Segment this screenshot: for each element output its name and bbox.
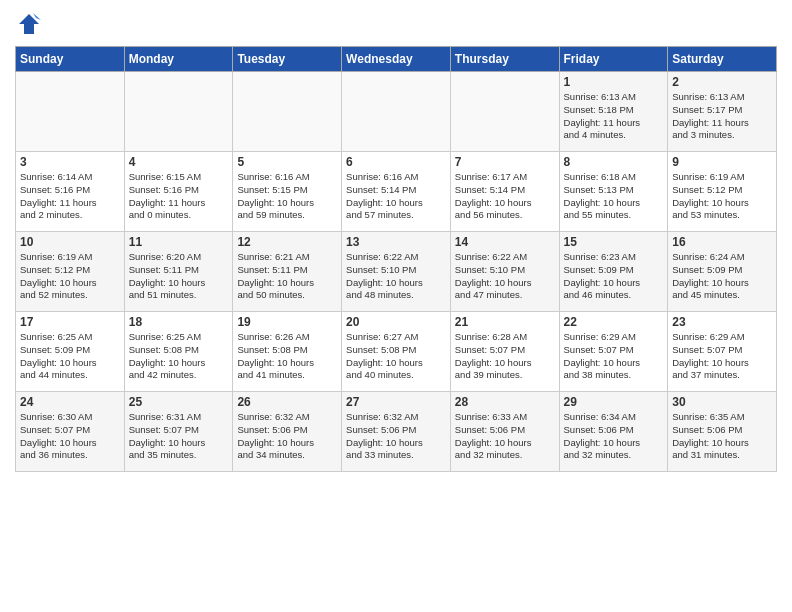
page: SundayMondayTuesdayWednesdayThursdayFrid… [0, 0, 792, 612]
week-row-4: 24Sunrise: 6:30 AM Sunset: 5:07 PM Dayli… [16, 392, 777, 472]
day-info: Sunrise: 6:22 AM Sunset: 5:10 PM Dayligh… [346, 251, 446, 302]
day-number: 27 [346, 395, 446, 409]
day-info: Sunrise: 6:20 AM Sunset: 5:11 PM Dayligh… [129, 251, 229, 302]
day-info: Sunrise: 6:28 AM Sunset: 5:07 PM Dayligh… [455, 331, 555, 382]
calendar-header-row: SundayMondayTuesdayWednesdayThursdayFrid… [16, 47, 777, 72]
day-info: Sunrise: 6:31 AM Sunset: 5:07 PM Dayligh… [129, 411, 229, 462]
day-info: Sunrise: 6:17 AM Sunset: 5:14 PM Dayligh… [455, 171, 555, 222]
day-cell: 6Sunrise: 6:16 AM Sunset: 5:14 PM Daylig… [342, 152, 451, 232]
day-number: 17 [20, 315, 120, 329]
logo [15, 10, 47, 38]
logo-icon [15, 10, 43, 38]
day-number: 11 [129, 235, 229, 249]
day-info: Sunrise: 6:18 AM Sunset: 5:13 PM Dayligh… [564, 171, 664, 222]
day-number: 15 [564, 235, 664, 249]
col-header-tuesday: Tuesday [233, 47, 342, 72]
day-cell: 29Sunrise: 6:34 AM Sunset: 5:06 PM Dayli… [559, 392, 668, 472]
col-header-thursday: Thursday [450, 47, 559, 72]
day-info: Sunrise: 6:14 AM Sunset: 5:16 PM Dayligh… [20, 171, 120, 222]
day-cell: 13Sunrise: 6:22 AM Sunset: 5:10 PM Dayli… [342, 232, 451, 312]
day-cell: 9Sunrise: 6:19 AM Sunset: 5:12 PM Daylig… [668, 152, 777, 232]
day-number: 2 [672, 75, 772, 89]
day-cell: 3Sunrise: 6:14 AM Sunset: 5:16 PM Daylig… [16, 152, 125, 232]
day-number: 14 [455, 235, 555, 249]
week-row-1: 3Sunrise: 6:14 AM Sunset: 5:16 PM Daylig… [16, 152, 777, 232]
day-cell: 25Sunrise: 6:31 AM Sunset: 5:07 PM Dayli… [124, 392, 233, 472]
day-info: Sunrise: 6:21 AM Sunset: 5:11 PM Dayligh… [237, 251, 337, 302]
day-cell: 26Sunrise: 6:32 AM Sunset: 5:06 PM Dayli… [233, 392, 342, 472]
day-number: 30 [672, 395, 772, 409]
day-number: 23 [672, 315, 772, 329]
day-number: 5 [237, 155, 337, 169]
day-cell: 14Sunrise: 6:22 AM Sunset: 5:10 PM Dayli… [450, 232, 559, 312]
col-header-monday: Monday [124, 47, 233, 72]
day-cell: 15Sunrise: 6:23 AM Sunset: 5:09 PM Dayli… [559, 232, 668, 312]
col-header-saturday: Saturday [668, 47, 777, 72]
day-cell: 28Sunrise: 6:33 AM Sunset: 5:06 PM Dayli… [450, 392, 559, 472]
week-row-2: 10Sunrise: 6:19 AM Sunset: 5:12 PM Dayli… [16, 232, 777, 312]
day-info: Sunrise: 6:13 AM Sunset: 5:17 PM Dayligh… [672, 91, 772, 142]
day-number: 26 [237, 395, 337, 409]
day-info: Sunrise: 6:24 AM Sunset: 5:09 PM Dayligh… [672, 251, 772, 302]
day-cell [233, 72, 342, 152]
day-cell: 7Sunrise: 6:17 AM Sunset: 5:14 PM Daylig… [450, 152, 559, 232]
day-cell: 8Sunrise: 6:18 AM Sunset: 5:13 PM Daylig… [559, 152, 668, 232]
day-cell: 27Sunrise: 6:32 AM Sunset: 5:06 PM Dayli… [342, 392, 451, 472]
day-number: 8 [564, 155, 664, 169]
day-cell [16, 72, 125, 152]
day-cell: 12Sunrise: 6:21 AM Sunset: 5:11 PM Dayli… [233, 232, 342, 312]
day-info: Sunrise: 6:19 AM Sunset: 5:12 PM Dayligh… [20, 251, 120, 302]
header [15, 10, 777, 38]
day-number: 13 [346, 235, 446, 249]
day-info: Sunrise: 6:25 AM Sunset: 5:08 PM Dayligh… [129, 331, 229, 382]
day-cell: 17Sunrise: 6:25 AM Sunset: 5:09 PM Dayli… [16, 312, 125, 392]
day-cell: 22Sunrise: 6:29 AM Sunset: 5:07 PM Dayli… [559, 312, 668, 392]
day-number: 18 [129, 315, 229, 329]
day-number: 10 [20, 235, 120, 249]
col-header-friday: Friday [559, 47, 668, 72]
day-info: Sunrise: 6:26 AM Sunset: 5:08 PM Dayligh… [237, 331, 337, 382]
day-info: Sunrise: 6:15 AM Sunset: 5:16 PM Dayligh… [129, 171, 229, 222]
day-number: 9 [672, 155, 772, 169]
day-cell: 20Sunrise: 6:27 AM Sunset: 5:08 PM Dayli… [342, 312, 451, 392]
day-number: 20 [346, 315, 446, 329]
day-number: 22 [564, 315, 664, 329]
day-info: Sunrise: 6:30 AM Sunset: 5:07 PM Dayligh… [20, 411, 120, 462]
day-number: 7 [455, 155, 555, 169]
day-cell [342, 72, 451, 152]
day-info: Sunrise: 6:29 AM Sunset: 5:07 PM Dayligh… [564, 331, 664, 382]
day-info: Sunrise: 6:32 AM Sunset: 5:06 PM Dayligh… [346, 411, 446, 462]
day-info: Sunrise: 6:16 AM Sunset: 5:14 PM Dayligh… [346, 171, 446, 222]
day-info: Sunrise: 6:19 AM Sunset: 5:12 PM Dayligh… [672, 171, 772, 222]
svg-marker-1 [33, 13, 41, 20]
day-cell: 10Sunrise: 6:19 AM Sunset: 5:12 PM Dayli… [16, 232, 125, 312]
week-row-3: 17Sunrise: 6:25 AM Sunset: 5:09 PM Dayli… [16, 312, 777, 392]
day-info: Sunrise: 6:22 AM Sunset: 5:10 PM Dayligh… [455, 251, 555, 302]
col-header-sunday: Sunday [16, 47, 125, 72]
day-number: 3 [20, 155, 120, 169]
day-info: Sunrise: 6:23 AM Sunset: 5:09 PM Dayligh… [564, 251, 664, 302]
calendar: SundayMondayTuesdayWednesdayThursdayFrid… [15, 46, 777, 472]
day-number: 19 [237, 315, 337, 329]
day-number: 4 [129, 155, 229, 169]
day-cell: 21Sunrise: 6:28 AM Sunset: 5:07 PM Dayli… [450, 312, 559, 392]
day-cell: 24Sunrise: 6:30 AM Sunset: 5:07 PM Dayli… [16, 392, 125, 472]
day-cell [124, 72, 233, 152]
day-info: Sunrise: 6:32 AM Sunset: 5:06 PM Dayligh… [237, 411, 337, 462]
day-number: 28 [455, 395, 555, 409]
day-number: 12 [237, 235, 337, 249]
day-info: Sunrise: 6:34 AM Sunset: 5:06 PM Dayligh… [564, 411, 664, 462]
day-cell: 16Sunrise: 6:24 AM Sunset: 5:09 PM Dayli… [668, 232, 777, 312]
day-cell: 18Sunrise: 6:25 AM Sunset: 5:08 PM Dayli… [124, 312, 233, 392]
day-cell [450, 72, 559, 152]
day-cell: 19Sunrise: 6:26 AM Sunset: 5:08 PM Dayli… [233, 312, 342, 392]
day-info: Sunrise: 6:25 AM Sunset: 5:09 PM Dayligh… [20, 331, 120, 382]
day-info: Sunrise: 6:29 AM Sunset: 5:07 PM Dayligh… [672, 331, 772, 382]
day-info: Sunrise: 6:33 AM Sunset: 5:06 PM Dayligh… [455, 411, 555, 462]
day-cell: 4Sunrise: 6:15 AM Sunset: 5:16 PM Daylig… [124, 152, 233, 232]
day-number: 29 [564, 395, 664, 409]
day-number: 25 [129, 395, 229, 409]
col-header-wednesday: Wednesday [342, 47, 451, 72]
day-cell: 2Sunrise: 6:13 AM Sunset: 5:17 PM Daylig… [668, 72, 777, 152]
day-cell: 23Sunrise: 6:29 AM Sunset: 5:07 PM Dayli… [668, 312, 777, 392]
